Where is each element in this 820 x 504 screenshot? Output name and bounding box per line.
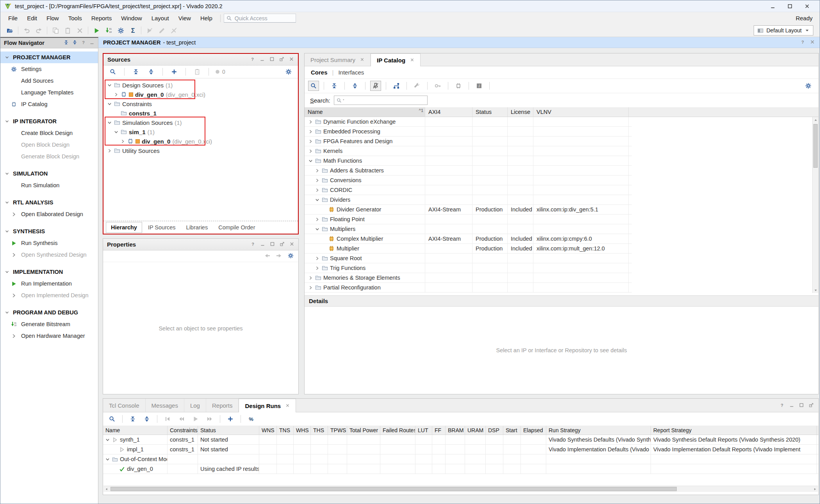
- step-next-button[interactable]: [204, 414, 215, 424]
- search-button[interactable]: [107, 414, 118, 424]
- sources-tree-row[interactable]: Utility Sources: [103, 146, 298, 155]
- column-header-axi4[interactable]: AXI4: [425, 107, 472, 117]
- flownav-item-run-synthesis[interactable]: Run Synthesis: [0, 237, 98, 249]
- flownav-collapse-all-button[interactable]: [64, 40, 69, 46]
- properties-minimize-button[interactable]: [260, 241, 265, 248]
- stop-disabled-button[interactable]: [144, 25, 155, 35]
- expander-icon[interactable]: [308, 149, 313, 154]
- undo-button[interactable]: [21, 25, 32, 35]
- sources-minimize-button[interactable]: [260, 56, 265, 63]
- properties-help-button[interactable]: ?: [250, 241, 255, 248]
- edit-disabled-button[interactable]: [156, 25, 167, 35]
- search-button[interactable]: [308, 81, 319, 91]
- expand-all-button[interactable]: [141, 414, 152, 424]
- copy-button[interactable]: [50, 25, 61, 35]
- tab-cores[interactable]: Cores: [311, 69, 328, 76]
- column-header-elapsed[interactable]: Elapsed: [521, 426, 546, 435]
- flownav-minimize-button[interactable]: [89, 40, 94, 46]
- column-header-name[interactable]: Name^1: [305, 107, 425, 117]
- clipboard-help-button[interactable]: ?: [192, 67, 203, 77]
- menu-edit[interactable]: Edit: [22, 13, 42, 23]
- design-run-row[interactable]: synth_1constrs_1Not startedVivado Synthe…: [103, 435, 818, 445]
- properties-float-button[interactable]: [280, 241, 285, 248]
- column-header-license[interactable]: License: [508, 107, 533, 117]
- properties-maximize-button[interactable]: [270, 241, 275, 248]
- collapse-all-button[interactable]: [127, 414, 138, 424]
- back-button[interactable]: [264, 253, 270, 260]
- flownav-help-button[interactable]: ?: [81, 40, 86, 46]
- flownav-item-open-implemented-design[interactable]: Open Implemented Design: [0, 289, 98, 301]
- expander-icon[interactable]: [308, 158, 313, 163]
- layout-selector[interactable]: Default Layout: [754, 25, 813, 35]
- panel-float-button[interactable]: [809, 402, 814, 409]
- expander-icon[interactable]: [107, 101, 112, 106]
- scroll-up-button[interactable]: [813, 117, 818, 123]
- horizontal-scrollbar[interactable]: [103, 486, 818, 492]
- column-header-ths[interactable]: THS: [311, 426, 328, 435]
- generate-bitstream-button[interactable]: 0110: [103, 25, 114, 35]
- flownav-section-synthesis[interactable]: SYNTHESIS: [0, 225, 98, 237]
- flownav-item-generate-bitstream[interactable]: 0110Generate Bitstream: [0, 318, 98, 330]
- flownav-item-open-elaborated-design[interactable]: Open Elaborated Design: [0, 208, 98, 220]
- sources-float-button[interactable]: [279, 56, 284, 63]
- expander-icon[interactable]: [314, 178, 320, 183]
- ip-catalog-row[interactable]: FPGA Features and Design: [305, 137, 632, 146]
- column-header-tpws[interactable]: TPWS: [328, 426, 347, 435]
- panel-maximize-button[interactable]: [799, 402, 804, 409]
- tab-compile-order[interactable]: Compile Order: [214, 222, 260, 232]
- open-project-button[interactable]: [4, 25, 15, 35]
- flownav-section-ip-integrator[interactable]: IP INTEGRATOR: [0, 115, 98, 127]
- flownav-item-create-block-design[interactable]: Create Block Design: [0, 127, 98, 139]
- expander-icon[interactable]: [308, 129, 313, 134]
- column-header-status[interactable]: Status: [198, 426, 259, 435]
- properties-close-button[interactable]: [289, 241, 294, 248]
- sum-button[interactable]: Σ: [127, 25, 138, 35]
- column-header-report-strategy[interactable]: Report Strategy: [651, 426, 817, 435]
- sources-maximize-button[interactable]: [269, 56, 275, 63]
- design-run-row[interactable]: impl_1constrs_1Not startedVivado Impleme…: [103, 445, 818, 454]
- ip-catalog-row[interactable]: Partial Reconfiguration: [305, 283, 632, 293]
- ip-catalog-row[interactable]: Dynamic Function eXchange: [305, 117, 632, 127]
- panel-help-button[interactable]: ?: [779, 402, 784, 409]
- forward-button[interactable]: [276, 253, 282, 260]
- add-button[interactable]: [169, 67, 180, 77]
- ip-catalog-row[interactable]: Math Functions: [305, 156, 632, 166]
- workspace-close-button[interactable]: [810, 39, 815, 46]
- sources-tree-row[interactable]: Constraints: [103, 99, 298, 108]
- ip-catalog-row[interactable]: CORDIC: [305, 185, 632, 195]
- column-header-bram[interactable]: BRAM: [446, 426, 465, 435]
- add-button[interactable]: [225, 414, 236, 424]
- column-header-failed-routes[interactable]: Failed Routes: [380, 426, 415, 435]
- scroll-left-button[interactable]: [103, 486, 110, 492]
- flownav-section-program-and-debug[interactable]: PROGRAM AND DEBUG: [0, 307, 98, 318]
- expander-icon[interactable]: [308, 139, 313, 144]
- ip-status-button[interactable]: [453, 81, 464, 91]
- menu-tools[interactable]: Tools: [64, 13, 87, 23]
- expander-icon[interactable]: [120, 139, 125, 144]
- ip-catalog-row[interactable]: Dividers: [305, 195, 632, 205]
- expand-all-button[interactable]: [146, 67, 157, 77]
- cancel-disabled-button[interactable]: [168, 25, 179, 35]
- expander-icon[interactable]: [314, 217, 320, 222]
- scroll-down-button[interactable]: [813, 287, 818, 293]
- ip-catalog-row[interactable]: Conversions: [305, 176, 632, 185]
- ip-catalog-row[interactable]: Kernels: [305, 146, 632, 156]
- flownav-expand-all-button[interactable]: [72, 40, 77, 46]
- column-header-constraints[interactable]: Constraints: [168, 426, 198, 435]
- close-tab-button[interactable]: [285, 403, 290, 409]
- expand-all-button[interactable]: [349, 81, 360, 91]
- scrollbar-thumb[interactable]: [813, 124, 818, 168]
- expander-icon[interactable]: [105, 457, 110, 462]
- redo-button[interactable]: [33, 25, 44, 35]
- flownav-section-simulation[interactable]: SIMULATION: [0, 168, 98, 179]
- ip-catalog-row[interactable]: Embedded Processing: [305, 127, 632, 137]
- column-header-whs[interactable]: WHS: [294, 426, 311, 435]
- search-button[interactable]: [107, 67, 118, 77]
- expander-icon[interactable]: [314, 266, 320, 271]
- step-prev-button[interactable]: [176, 414, 187, 424]
- quick-access-search[interactable]: Quick Access: [224, 14, 296, 23]
- menu-reports[interactable]: Reports: [87, 13, 117, 23]
- sources-tree-row[interactable]: Design Sources(1): [103, 80, 298, 90]
- expander-icon[interactable]: [113, 130, 119, 135]
- tab-messages[interactable]: Messages: [146, 399, 184, 412]
